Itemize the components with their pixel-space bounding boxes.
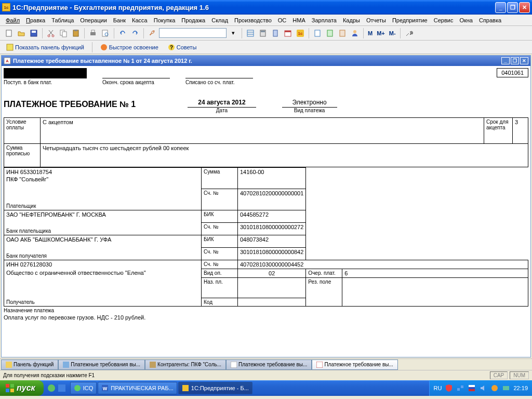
tab-panel-functions[interactable]: Панель функций: [1, 360, 58, 370]
start-button[interactable]: пуск: [0, 380, 44, 396]
m-plus-label[interactable]: M+: [375, 30, 387, 36]
payer-table: ИНН 6533018754 ПКФ "Сольвейг" Плательщик…: [4, 167, 528, 307]
m-label[interactable]: M: [366, 30, 374, 36]
tab-contractors[interactable]: Контрагенты: ПКФ "Соль...: [145, 360, 226, 370]
tray-misc-icon[interactable]: [490, 384, 499, 392]
menu-windows[interactable]: Окна: [457, 16, 475, 24]
purpose-value: Оплата услуг по перевозке грузов. НДС - …: [4, 314, 528, 321]
print-icon[interactable]: [87, 28, 99, 39]
1c-help-icon[interactable]: 1с: [295, 28, 306, 39]
app-icon: 1с: [2, 3, 10, 11]
svg-text:1с: 1с: [298, 31, 303, 36]
menu-warehouse[interactable]: Склад: [209, 16, 231, 24]
new-icon[interactable]: [3, 28, 15, 39]
minimize-button[interactable]: _: [495, 2, 506, 13]
recv-name: Общество с ограниченной отвественностью …: [6, 270, 199, 276]
bank2-acct-label: Сч. №: [202, 248, 238, 260]
menu-table[interactable]: Таблица: [49, 16, 76, 24]
undo-icon[interactable]: [117, 28, 128, 39]
menu-hr[interactable]: Кадры: [340, 16, 363, 24]
bank2-name: ОАО АКБ "БАШКОМСНАББАНК" Г. УФА: [6, 236, 199, 243]
open-icon[interactable]: [16, 28, 27, 39]
doc-close-button[interactable]: ✕: [520, 57, 528, 64]
menu-service[interactable]: Сервис: [431, 16, 456, 24]
bank1-acct-label: Сч. №: [202, 223, 238, 235]
save-icon[interactable]: [28, 28, 39, 39]
menu-cash[interactable]: Касса: [129, 16, 150, 24]
calendar-icon[interactable]: [282, 28, 294, 39]
svg-rect-50: [461, 385, 463, 388]
menu-file[interactable]: Файл: [3, 16, 22, 24]
find-icon[interactable]: [147, 28, 158, 39]
close-button[interactable]: ✕: [519, 2, 530, 13]
document-content: Поступ. в банк плат. Оконч. срока акцепт…: [2, 66, 530, 357]
preview-icon[interactable]: [100, 28, 111, 39]
svg-rect-21: [285, 31, 291, 32]
menu-salary[interactable]: Зарплата: [309, 16, 339, 24]
task-icq[interactable]: ICQ: [70, 382, 97, 394]
doc-maximize-button[interactable]: ❐: [511, 57, 519, 64]
clock[interactable]: 22:19: [513, 385, 528, 391]
tray-shield-icon[interactable]: [445, 384, 453, 392]
bik1-value: 044585272: [238, 210, 306, 223]
menu-help[interactable]: Справка: [476, 16, 504, 24]
taskbar: пуск ICQ W ПРАКТИЧЕСКАЯ РАБ... 1С:Предпр…: [0, 380, 532, 396]
cut-icon[interactable]: [45, 28, 57, 39]
copy-icon[interactable]: [58, 28, 69, 39]
doc2-icon[interactable]: [324, 28, 336, 39]
m-minus-label[interactable]: M-: [388, 30, 397, 36]
menu-nma[interactable]: НМА: [290, 16, 308, 24]
window-title: 1С:Предприятие - Бухгалтерия предприятия…: [12, 4, 495, 11]
ql-icon-1[interactable]: [47, 383, 56, 393]
tips-link[interactable]: ? Советы: [165, 43, 200, 52]
tab-payment-doc1[interactable]: Платежное требование вы...: [226, 360, 312, 370]
user-icon[interactable]: [349, 28, 361, 39]
tray-flag-icon[interactable]: [468, 384, 476, 392]
svg-rect-39: [6, 384, 9, 388]
tab-payment-doc2[interactable]: Платежное требование вы...: [312, 360, 397, 370]
menu-edit[interactable]: Правка: [23, 16, 48, 24]
doc3-icon[interactable]: [337, 28, 348, 39]
form-title: ПЛАТЕЖНОЕ ТРЕБОВАНИЕ № 1: [4, 100, 136, 109]
ql-icon-2[interactable]: [57, 383, 66, 393]
vid-op-label: Вид оп.: [202, 269, 238, 278]
doc1-icon[interactable]: [312, 28, 323, 39]
bik2-label: БИК: [202, 235, 238, 248]
menu-bank[interactable]: Банк: [111, 16, 128, 24]
payer-acct-value: 40702810200000000001: [238, 189, 306, 210]
show-panel-link[interactable]: Показать панель функций: [3, 43, 87, 52]
accept-term-value: 3: [513, 118, 528, 144]
nav-icon[interactable]: [270, 28, 281, 39]
doc-minimize-button[interactable]: _: [501, 57, 510, 64]
menu-production[interactable]: Производство: [232, 16, 274, 24]
lang-indicator[interactable]: RU: [434, 385, 442, 391]
calc-icon[interactable]: [257, 28, 269, 39]
svg-rect-35: [63, 362, 69, 368]
task-1c[interactable]: 1С:Предприятие - Б...: [178, 382, 252, 394]
svg-point-29: [101, 44, 107, 50]
svg-point-43: [48, 384, 55, 392]
bank2-acct-value: 30101810800000000842: [238, 248, 306, 260]
task-word[interactable]: W ПРАКТИЧЕСКАЯ РАБ...: [98, 382, 177, 394]
tools-icon[interactable]: [403, 28, 415, 39]
menu-purchase[interactable]: Покупка: [151, 16, 178, 24]
date-label: Дата: [216, 108, 228, 113]
tray-misc2-icon[interactable]: [502, 384, 510, 392]
svg-rect-40: [10, 384, 14, 388]
menu-os[interactable]: ОС: [275, 16, 289, 24]
tray-net-icon[interactable]: [456, 384, 464, 392]
menu-operations[interactable]: Операции: [77, 16, 109, 24]
tab-payment-list[interactable]: Платежные требования вы...: [58, 360, 145, 370]
menu-sale[interactable]: Продажа: [179, 16, 208, 24]
search-input[interactable]: [159, 28, 227, 38]
redo-icon[interactable]: [129, 28, 141, 39]
svg-rect-34: [6, 362, 12, 368]
menu-enterprise[interactable]: Предприятие: [390, 16, 430, 24]
menu-reports[interactable]: Отчеты: [364, 16, 389, 24]
grid-icon[interactable]: [245, 28, 256, 39]
search-dropdown-icon[interactable]: ▾: [228, 28, 239, 39]
tray-vol-icon[interactable]: [479, 384, 487, 392]
maximize-button[interactable]: ❐: [507, 2, 518, 13]
paste-icon[interactable]: [70, 28, 82, 39]
quick-start-link[interactable]: Быстрое освоение: [97, 43, 162, 52]
